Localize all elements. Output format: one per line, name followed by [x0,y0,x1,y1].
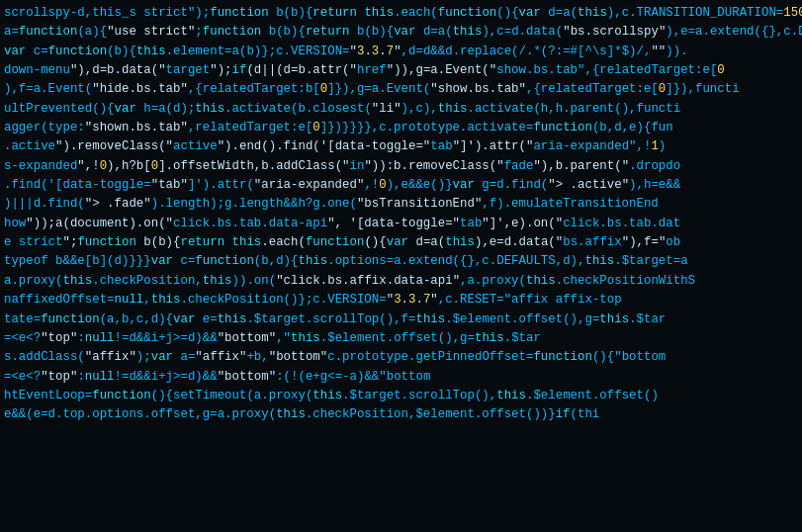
code-line: ),f=a.Event("hide.bs.tab",{relatedTarget… [0,80,802,99]
code-line: .find('[data-toggle="tab"]').attr("aria-… [0,176,802,195]
code-line: naffixedOffset=null,this.checkPosition()… [0,291,802,310]
code-line: htEventLoop=function(){setTimeout(a.prox… [0,387,802,405]
code-line: a=function(a){"use strict";function b(b)… [0,23,802,42]
code-line: )|||d.find("> .fade").length);g.length&&… [0,195,802,214]
code-line: e strict";function b(b){return this.each… [0,233,802,252]
code-line: =<e<?"top":null!=d&&i+j>=d)&&"bottom":(!… [0,368,802,387]
code-line: s-expanded",!0),h?b[0].offsetWidth,b.add… [0,157,802,176]
code-line: =<e<?"top":null!=d&&i+j>=d)&&"bottom","t… [0,329,802,348]
code-display: scrollspy-d,this_s strict");function b(b… [0,0,802,532]
code-line: down-menu"),d=b.data("target");if(d||(d=… [0,61,802,80]
code-line: var c=function(b){this.element=a(b)};c.V… [0,43,802,61]
code-line: scrollspy-d,this_s strict");function b(b… [0,4,802,23]
code-line: typeof b&&e[b](d)}}}var c=function(b,d){… [0,252,802,271]
code-line: tate=function(a,b,c,d){var e=this.$targe… [0,310,802,329]
code-line: ultPrevented(){var h=a(d);this.activate(… [0,100,802,119]
code-line: a.proxy(this.checkPosition,this)).on("cl… [0,272,802,291]
code-line: s.addClass("affix");var a="affix"+b,"bot… [0,348,802,367]
code-line: how"));a(document).on("click.bs.tab.data… [0,215,802,233]
code-line: e&&(e=d.top.options.offset,g=a.proxy(thi… [0,405,802,424]
code-line: agger(type:"shown.bs.tab",relatedTarget:… [0,119,802,137]
code-line: .active").removeClass("active").end().fi… [0,137,802,156]
